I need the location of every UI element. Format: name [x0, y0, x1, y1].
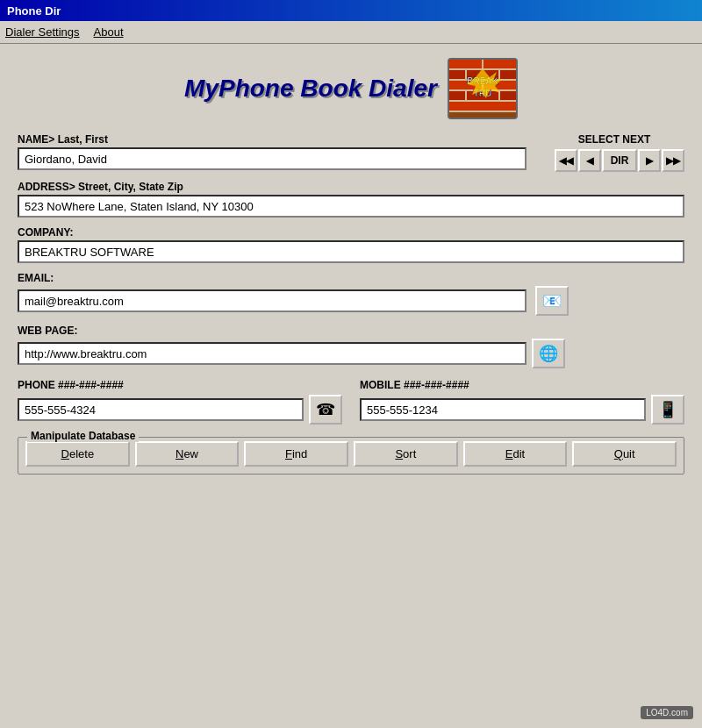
address-input[interactable]	[18, 195, 684, 218]
nav-buttons: ◀◀ ◀ DIR ▶ ▶▶	[555, 149, 684, 172]
phone-section: PHONE ###-###-#### ☎ MOBILE ###-###-####…	[18, 379, 684, 425]
phone-icon: ☎	[316, 400, 335, 419]
database-buttons: Delete New Find Sort Edit Quit	[25, 441, 677, 467]
web-icon: 🌐	[539, 344, 558, 363]
new-btn-label: New	[176, 447, 198, 460]
phone-group: PHONE ###-###-#### ☎	[18, 379, 342, 425]
dial-phone-btn[interactable]: ☎	[309, 395, 342, 425]
watermark-text: LO4D.com	[641, 706, 693, 719]
delete-btn-label: Delete	[61, 447, 95, 460]
mobile-label: MOBILE ###-###-####	[360, 379, 684, 391]
first-record-btn[interactable]: ◀◀	[555, 149, 577, 172]
main-content: MyPhone Book Dialer	[0, 44, 702, 728]
web-label: WEB PAGE:	[18, 325, 684, 337]
quit-btn-label: Quit	[614, 447, 635, 460]
email-icon: 📧	[542, 291, 562, 310]
mobile-group: MOBILE ###-###-#### 📱	[360, 379, 684, 425]
database-section: Manipulate Database Delete New Find Sort…	[18, 437, 684, 475]
name-row: NAME> Last, First SELECT NEXT ◀◀ ◀ DIR ▶…	[18, 133, 684, 172]
nav-section: SELECT NEXT ◀◀ ◀ DIR ▶ ▶▶	[544, 133, 684, 172]
company-input[interactable]	[18, 240, 684, 263]
mobile-input-row: 📱	[360, 395, 684, 425]
prev-record-btn[interactable]: ◀	[578, 149, 601, 172]
phone-label: PHONE ###-###-####	[18, 379, 342, 391]
email-group: EMAIL: 📧 Records 0	[18, 272, 684, 316]
logo-image: BREAK TRU	[449, 60, 516, 118]
company-label: COMPANY:	[18, 226, 684, 239]
mobile-input[interactable]	[360, 398, 646, 421]
edit-btn-label: Edit	[505, 447, 525, 460]
watermark: LO4D.com	[641, 703, 693, 719]
web-input[interactable]	[18, 342, 526, 365]
new-btn[interactable]: New	[135, 441, 240, 467]
logo-box: BREAK TRU	[448, 58, 518, 119]
dial-mobile-btn[interactable]: 📱	[651, 395, 684, 425]
address-label: ADDRESS> Street, City, State Zip	[18, 181, 684, 193]
address-group: ADDRESS> Street, City, State Zip	[18, 181, 684, 218]
name-section: NAME> Last, First	[18, 133, 526, 170]
phone-input-row: ☎	[18, 395, 342, 425]
company-group: COMPANY:	[18, 226, 684, 263]
sort-btn[interactable]: Sort	[354, 441, 458, 467]
find-btn-label: Find	[285, 447, 307, 460]
name-input[interactable]	[18, 147, 526, 170]
delete-btn[interactable]: Delete	[25, 441, 130, 467]
mobile-icon: 📱	[658, 400, 677, 419]
menu-dialer-settings[interactable]: Dialer Settings	[5, 25, 80, 39]
name-label: NAME> Last, First	[18, 133, 526, 146]
email-input[interactable]	[18, 289, 526, 312]
web-group: WEB PAGE: 🌐	[18, 325, 684, 368]
phone-input[interactable]	[18, 398, 304, 421]
sort-btn-label: Sort	[395, 447, 416, 460]
last-record-btn[interactable]: ▶▶	[662, 149, 684, 172]
menu-about[interactable]: About	[94, 25, 124, 39]
menu-bar: Dialer Settings About	[0, 21, 702, 44]
title-bar: Phone Dir	[0, 0, 702, 21]
send-email-btn[interactable]: 📧	[535, 286, 569, 316]
open-web-btn[interactable]: 🌐	[532, 339, 565, 368]
quit-btn[interactable]: Quit	[572, 441, 677, 467]
email-label: EMAIL:	[18, 272, 684, 284]
select-next-label: SELECT NEXT	[544, 133, 684, 146]
database-legend: Manipulate Database	[27, 430, 139, 442]
dir-btn[interactable]: DIR	[602, 149, 637, 172]
svg-rect-5	[449, 102, 516, 111]
find-btn[interactable]: Find	[244, 441, 348, 467]
next-record-btn[interactable]: ▶	[638, 149, 661, 172]
title-bar-text: Phone Dir	[7, 4, 61, 18]
edit-btn[interactable]: Edit	[463, 441, 568, 467]
header-area: MyPhone Book Dialer	[18, 58, 684, 119]
app-title: MyPhone Book Dialer	[184, 75, 437, 103]
